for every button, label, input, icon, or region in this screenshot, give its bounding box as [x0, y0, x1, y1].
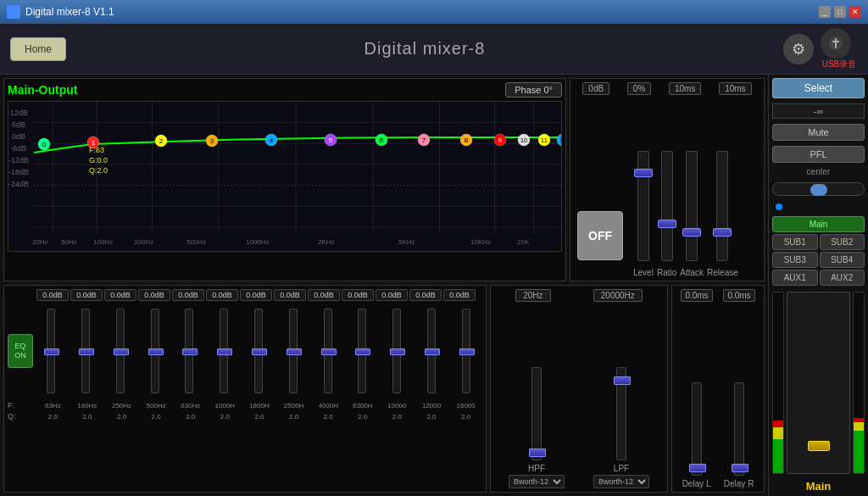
band-db-1[interactable]: 0.0dB — [36, 289, 69, 301]
phase-button[interactable]: Phase 0° — [505, 82, 562, 98]
channel-sub2-btn[interactable]: SUB2 — [820, 234, 865, 250]
band-q-5: 2.0 — [174, 413, 207, 421]
band-db-5[interactable]: 0.0dB — [172, 289, 204, 301]
band-db-8[interactable]: 0.0dB — [274, 289, 306, 301]
channel-sub4-btn[interactable]: SUB4 — [820, 252, 865, 268]
pfl-button[interactable]: PFL — [772, 146, 865, 163]
band-fader-7[interactable] — [242, 309, 275, 393]
band-freq-1: 63Hz — [36, 402, 70, 410]
svg-text:7: 7 — [422, 137, 426, 144]
comp-ratio-thumb[interactable] — [658, 220, 676, 228]
band-fader-11[interactable] — [381, 309, 414, 393]
eq-on-button[interactable]: EQON — [8, 334, 33, 368]
comp-attack-label: Attack — [680, 268, 704, 277]
lpf-type-select[interactable]: Bworth-12 Bworth-24 Bessel-12 — [593, 475, 649, 488]
lpf-fader-thumb[interactable] — [614, 376, 631, 385]
delay-r-fader-group: Delay R — [724, 382, 754, 488]
band-freq-3: 250Hz — [105, 402, 138, 410]
sidebar-fader-group — [772, 292, 865, 474]
band-fader-12[interactable] — [415, 309, 448, 393]
band-db-3[interactable]: 0.0dB — [104, 289, 136, 301]
comp-level-thumb[interactable] — [634, 169, 653, 177]
sidebar-main-fader-thumb[interactable] — [808, 441, 830, 451]
delay-r-track[interactable] — [734, 382, 744, 476]
minimize-btn[interactable]: _ — [819, 6, 831, 18]
comp-attack-track[interactable] — [686, 151, 698, 261]
vu-green-bar — [773, 439, 783, 473]
band-q-6: 2.0 — [209, 413, 242, 421]
lpf-freq-val[interactable]: 20000Hz — [593, 289, 643, 302]
band-fader-5[interactable] — [173, 309, 206, 393]
lpf-label: LPF — [614, 464, 629, 473]
comp-release-label: Release — [707, 268, 738, 277]
band-eq-area: 0.0dB 0.0dB 0.0dB 0.0dB 0.0dB 0.0dB 0.0d… — [3, 285, 487, 493]
comp-ratio-val[interactable]: 0% — [627, 82, 651, 95]
band-fader-6[interactable] — [208, 309, 241, 393]
pan-slider[interactable] — [772, 182, 865, 196]
band-freq-8: 2500H — [277, 402, 310, 410]
comp-ratio-track[interactable] — [661, 151, 673, 261]
delay-l-track[interactable] — [692, 382, 702, 476]
comp-release-val[interactable]: 10ms — [719, 82, 751, 95]
inf-display: -∞ — [772, 103, 865, 119]
pan-thumb[interactable] — [810, 184, 827, 196]
comp-level-val[interactable]: 0dB — [582, 82, 609, 95]
band-db-13[interactable]: 0.0dB — [443, 289, 476, 301]
sidebar-main-fader-track[interactable] — [787, 292, 850, 474]
close-btn[interactable]: ✕ — [849, 6, 861, 18]
eq-area: Main-Output Phase 0° — [3, 78, 566, 281]
band-db-2[interactable]: 0.0dB — [70, 289, 103, 301]
delay-r-thumb[interactable] — [732, 464, 748, 472]
select-button[interactable]: Select — [772, 78, 865, 98]
channel-sub3-btn[interactable]: SUB3 — [772, 252, 818, 268]
channel-main-btn[interactable]: Main — [772, 216, 865, 232]
usb-area[interactable]: USB录音 — [821, 28, 858, 70]
vu-red-bar — [773, 421, 783, 427]
delay-r-val[interactable]: 0.0ms — [723, 289, 754, 302]
hpf-freq-val[interactable]: 20Hz — [515, 289, 550, 302]
off-button[interactable]: OFF — [577, 211, 623, 260]
channel-aux2-btn[interactable]: AUX2 — [820, 270, 865, 286]
comp-attack-thumb[interactable] — [682, 228, 701, 237]
band-freq-7: 1800H — [243, 402, 276, 410]
delay-l-val[interactable]: 0.0ms — [681, 289, 712, 302]
comp-level-fader-group: Level — [633, 151, 654, 277]
band-db-7[interactable]: 0.0dB — [240, 289, 272, 301]
comp-release-thumb[interactable] — [713, 228, 732, 237]
band-db-4[interactable]: 0.0dB — [138, 289, 170, 301]
delay-l-thumb[interactable] — [689, 464, 706, 472]
band-db-12[interactable]: 0.0dB — [409, 289, 442, 301]
mute-button[interactable]: Mute — [772, 124, 865, 141]
comp-attack-val[interactable]: 10ms — [669, 82, 701, 95]
hpf-type-select[interactable]: Bworth-12 Bworth-24 Bessel-12 — [509, 475, 565, 488]
band-db-6[interactable]: 0.0dB — [206, 289, 238, 301]
band-db-11[interactable]: 0.0dB — [376, 289, 408, 301]
band-fader-1[interactable] — [35, 309, 68, 393]
home-button[interactable]: Home — [10, 37, 66, 61]
channel-aux1-btn[interactable]: AUX1 — [772, 270, 818, 286]
comp-level-track[interactable] — [637, 151, 649, 261]
channel-sub1-btn[interactable]: SUB1 — [772, 234, 818, 250]
band-fader-13[interactable] — [449, 309, 482, 393]
hpf-fader-thumb[interactable] — [529, 449, 546, 457]
band-fader-8[interactable] — [276, 309, 309, 393]
band-fader-2[interactable] — [70, 309, 103, 393]
svg-text:-6dB: -6dB — [10, 144, 26, 153]
lpf-fader-track[interactable] — [616, 367, 626, 460]
main-label-bottom: Main — [772, 480, 865, 493]
gear-icon[interactable]: ⚙ — [783, 34, 814, 64]
band-fader-3[interactable] — [104, 309, 137, 393]
band-q-7: 2.0 — [243, 413, 276, 421]
delay-r-label: Delay R — [724, 479, 754, 488]
maximize-btn[interactable]: □ — [834, 6, 846, 18]
band-db-9[interactable]: 0.0dB — [308, 289, 340, 301]
hpf-fader-track[interactable] — [531, 367, 542, 460]
band-fader-9[interactable] — [311, 309, 344, 393]
band-q-1: 2.0 — [36, 413, 70, 421]
band-fader-10[interactable] — [346, 309, 379, 393]
svg-text:8: 8 — [465, 137, 469, 144]
comp-release-track[interactable] — [716, 151, 728, 261]
svg-text:200Hz: 200Hz — [134, 238, 153, 246]
band-fader-4[interactable] — [138, 309, 171, 393]
band-db-10[interactable]: 0.0dB — [342, 289, 374, 301]
